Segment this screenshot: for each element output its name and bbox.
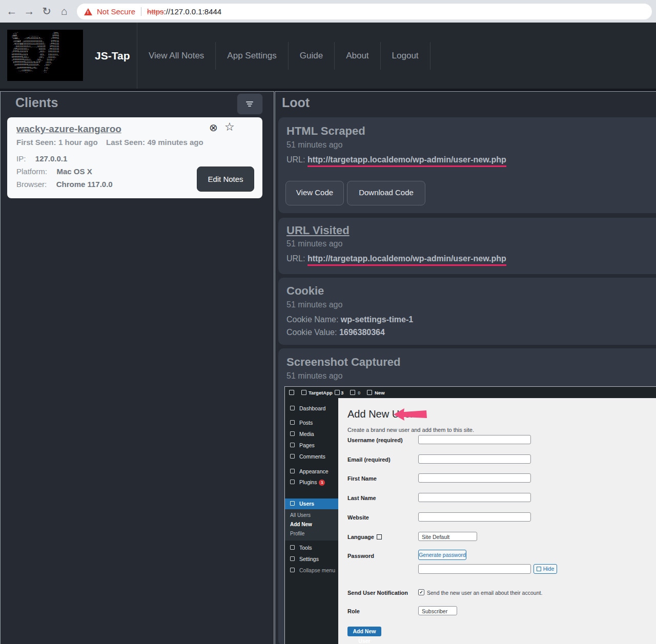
wp-menu-icon <box>290 556 295 561</box>
wp-comments-placeholder-icon <box>335 390 340 395</box>
nav-guide[interactable]: Guide <box>289 51 334 61</box>
wp-username-input <box>418 435 531 444</box>
url-divider <box>141 7 141 16</box>
first-seen-value: 1 hour ago <box>58 138 98 147</box>
wp-menu-icon <box>290 480 295 484</box>
url-text: ://127.0.0.1:8444 <box>164 7 222 16</box>
platform-label: Platform: <box>16 167 47 176</box>
html-scraped-time: 51 minutes ago <box>286 140 342 150</box>
screenshot-image[interactable]: TargetApp 3 0 New Dashboard Posts Media … <box>284 386 656 644</box>
wp-menu-comments: Comments <box>299 453 325 460</box>
wp-logo-placeholder-icon <box>289 390 294 395</box>
wp-hide-password-button: Hide <box>534 564 557 574</box>
first-seen-label: First Seen: <box>16 138 56 147</box>
nav-logout[interactable]: Logout <box>381 51 430 61</box>
edit-notes-button[interactable]: Edit Notes <box>197 167 254 192</box>
wp-menu-icon <box>290 568 295 572</box>
warning-icon: ! <box>84 8 92 15</box>
wp-notify-text: Send the new user an email about their a… <box>427 590 542 596</box>
plugins-update-badge: 1 <box>319 480 325 486</box>
wp-updates-count: 0 <box>358 390 360 396</box>
ip-value: 127.0.0.1 <box>35 154 68 163</box>
wp-menu-users-active: Users <box>285 498 338 509</box>
html-scraped-title: HTML Scraped <box>286 124 365 138</box>
refresh-icon[interactable]: ↻ <box>39 0 54 23</box>
visited-url-value: http://targetapp.localdemo/wp-admin/user… <box>308 254 506 266</box>
hide-placeholder-icon <box>537 567 541 571</box>
brand-title[interactable]: JS-Tap <box>95 23 130 89</box>
language-flag-placeholder-icon <box>377 534 382 539</box>
wp-menu-icon <box>290 443 295 447</box>
jstap-logo[interactable]: ,;;' .1tt; ;GGt. ..,,,.. 1fft1 'LGGL, .:… <box>7 30 83 81</box>
nav-app-settings[interactable]: App Settings <box>216 51 288 61</box>
filter-button[interactable] <box>237 93 263 115</box>
loot-panel: Loot HTML Scraped 51 minutes ago URL: ht… <box>275 91 656 644</box>
navbar: ,;;' .1tt; ;GGt. ..,,,.. 1fft1 'LGGL, .:… <box>0 23 656 89</box>
wp-page-subtitle: Create a brand new user and add them to … <box>347 427 474 433</box>
nav-view-all-notes[interactable]: View All Notes <box>137 51 215 61</box>
loot-title: Loot <box>282 95 310 110</box>
wp-admin-bar: TargetApp 3 0 New <box>285 387 656 398</box>
loot-card-html-scraped: HTML Scraped 51 minutes ago URL: http://… <box>278 117 656 213</box>
cookie-name-line: Cookie Name: wp-settings-time-1 <box>286 315 413 324</box>
browser-label: Browser: <box>16 180 47 189</box>
wp-menu-icon <box>290 501 295 506</box>
wp-site-name: TargetApp <box>309 390 333 396</box>
wp-submenu-profile: Profile <box>290 531 304 536</box>
wp-site-placeholder-icon <box>301 390 306 395</box>
wp-label-role: Role <box>347 608 360 614</box>
pink-arrow-annotation <box>394 407 427 422</box>
dismiss-client-icon[interactable]: ⊗ <box>209 121 218 134</box>
wp-website-input <box>418 512 531 522</box>
wp-new-placeholder-icon <box>367 390 372 395</box>
wp-menu-posts: Posts <box>299 420 313 426</box>
not-secure-label: Not Secure <box>97 7 135 16</box>
back-icon[interactable]: ← <box>4 0 19 23</box>
wp-menu-icon <box>290 454 295 459</box>
loot-card-url-visited: URL Visited 51 minutes ago URL: http://t… <box>278 218 656 274</box>
wp-password-input <box>418 564 531 574</box>
filter-icon <box>246 101 253 102</box>
view-code-button[interactable]: View Code <box>285 181 344 205</box>
cookie-value-value: 1696380364 <box>339 328 385 337</box>
wp-menu-dashboard: Dashboard <box>299 405 325 411</box>
wp-menu-appearance: Appearance <box>299 468 329 474</box>
wp-menu-settings: Settings <box>299 556 319 562</box>
url-visited-title[interactable]: URL Visited <box>286 224 350 237</box>
wp-updates-placeholder-icon <box>350 390 355 395</box>
home-icon[interactable]: ⌂ <box>56 0 72 23</box>
html-scraped-url-line: URL: http://targetapp.localdemo/wp-admin… <box>286 155 506 164</box>
wp-menu-icon <box>290 545 295 550</box>
client-name-link[interactable]: wacky-azure-kangaroo <box>16 123 121 135</box>
clients-title: Clients <box>15 95 58 110</box>
wp-language-select: Site Default <box>418 532 477 541</box>
star-client-icon[interactable]: ☆ <box>224 120 235 134</box>
cookie-value-line: Cookie Value: 1696380364 <box>286 328 385 337</box>
wp-main-content: Add New User Create a brand new user and… <box>338 398 656 644</box>
wp-last-name-input <box>418 493 531 502</box>
wp-menu-collapse: Collapse menu <box>299 567 335 573</box>
browser-value: Chrome 117.0.0 <box>56 180 113 189</box>
url-bar[interactable]: ! Not Secure https ://127.0.0.1:8444 <box>77 4 652 19</box>
wp-menu-icon <box>290 469 295 473</box>
jstap-logo-ascii: ,;;' .1tt; ;GGt. ..,,,.. 1fft1 'LGGL, .:… <box>10 32 83 74</box>
client-card: wacky-azure-kangaroo ⊗ ☆ First Seen: 1 h… <box>7 117 262 198</box>
wp-label-first-name: First Name <box>347 475 377 482</box>
forward-icon[interactable]: → <box>22 0 37 23</box>
loot-card-screenshot: Screenshot Captured 51 minutes ago Targe… <box>278 348 656 644</box>
wp-sidebar: Dashboard Posts Media Pages Comments App… <box>285 398 338 644</box>
wp-email-input <box>418 454 531 464</box>
url-label: URL: <box>286 155 305 164</box>
scraped-url-value: http://targetapp.localdemo/wp-admin/user… <box>308 155 506 167</box>
wp-label-last-name: Last Name <box>347 495 376 501</box>
screenshot-time: 51 minutes ago <box>286 371 342 381</box>
wp-users-submenu: All Users Add New Profile <box>285 509 338 541</box>
page: ← → ↻ ⌂ ! Not Secure https ://127.0.0.1:… <box>0 0 656 644</box>
wp-menu-plugins: Plugins1 <box>299 479 325 486</box>
wp-menu-icon <box>290 406 295 410</box>
wp-label-language: Language <box>347 534 382 540</box>
wp-label-notify: Send User Notification <box>347 590 408 596</box>
download-code-button[interactable]: Download Code <box>347 181 425 205</box>
wp-label-website: Website <box>347 514 369 521</box>
nav-about[interactable]: About <box>335 51 380 61</box>
